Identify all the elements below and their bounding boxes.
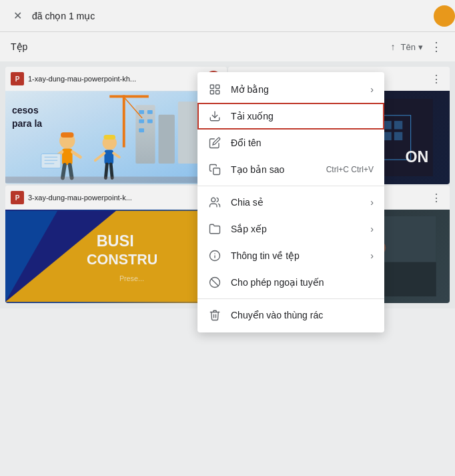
sort-button[interactable]: Tên ▾ — [401, 42, 423, 52]
svg-rect-25 — [103, 135, 115, 140]
menu-divider-1 — [197, 186, 384, 186]
fileinfo-label: Thông tin về tệp — [231, 250, 361, 261]
file-thumbnail-1: cesos para la — [5, 91, 227, 184]
header-more-button[interactable]: ⋮ — [428, 39, 444, 55]
svg-rect-38 — [383, 121, 391, 129]
organize-arrow-icon: › — [370, 224, 374, 234]
menu-item-rename[interactable]: Đổi tên — [197, 130, 384, 156]
trash-icon — [208, 308, 221, 322]
share-arrow-icon: › — [370, 197, 374, 208]
svg-text:BUSI: BUSI — [97, 232, 134, 250]
file-card-3[interactable]: P 3-xay-dung-mau-powerpoint-k... ⋮ BUSI … — [5, 186, 227, 303]
fileinfo-arrow-icon: › — [370, 250, 374, 261]
sort-arrow-icon: ▾ — [418, 42, 423, 52]
menu-item-organize[interactable]: Sắp xếp › — [197, 216, 384, 242]
organize-icon — [208, 222, 221, 236]
share-icon — [208, 196, 221, 209]
file-type-icon-1: P — [11, 72, 24, 85]
svg-rect-69 — [210, 85, 213, 88]
menu-item-trash[interactable]: Chuyển vào thùng rác — [197, 302, 384, 328]
svg-text:ON: ON — [405, 148, 428, 166]
thumb1-overlay-text: cesos para la — [12, 104, 42, 130]
file-more-button-2[interactable]: ⋮ — [428, 71, 444, 87]
sort-label: Tên — [401, 42, 416, 52]
thumb3-illustration: BUSI CONSTRU Prese... — [5, 210, 227, 303]
svg-rect-72 — [216, 91, 219, 94]
menu-item-download[interactable]: Tải xuống — [197, 103, 384, 130]
svg-rect-31 — [5, 177, 227, 184]
svg-rect-43 — [394, 132, 402, 140]
share-label: Chia sẻ — [231, 197, 361, 208]
file-header-controls: ↑ Tên ▾ ⋮ — [391, 39, 444, 55]
svg-rect-39 — [394, 121, 402, 129]
file-name-1: 1-xay-dung-mau-powerpoint-kh... — [28, 75, 201, 83]
svg-line-29 — [105, 164, 107, 178]
file-name-3: 3-xay-dung-mau-powerpoint-k... — [28, 194, 201, 202]
rename-label: Đổi tên — [231, 138, 374, 148]
file-type-icon-3: P — [11, 191, 24, 204]
svg-line-30 — [111, 164, 112, 178]
menu-item-copy[interactable]: Tạo bản sao Ctrl+C Ctrl+V — [197, 156, 384, 183]
svg-rect-20 — [41, 154, 61, 168]
svg-rect-42 — [383, 132, 391, 140]
svg-rect-10 — [123, 95, 125, 148]
info-icon — [208, 249, 221, 262]
svg-rect-14 — [61, 132, 74, 138]
download-label: Tải xuống — [231, 111, 374, 122]
open-with-label: Mở bằng — [231, 84, 361, 95]
organize-label: Sắp xếp — [231, 224, 361, 234]
close-button[interactable]: ✕ — [11, 9, 24, 23]
file-card-3-header: P 3-xay-dung-mau-powerpoint-k... ⋮ — [5, 186, 227, 210]
top-bar: ✕ đã chọn 1 mục ⋮ — [0, 0, 455, 32]
download-icon — [208, 109, 221, 123]
menu-item-offline[interactable]: Cho phép ngoại tuyến — [197, 269, 384, 296]
svg-rect-9 — [139, 128, 144, 132]
menu-item-fileinfo[interactable]: Thông tin về tệp › — [197, 242, 384, 269]
file-card-1[interactable]: P 1-xay-dung-mau-powerpoint-kh... ⋮ ceso… — [5, 67, 227, 184]
svg-line-18 — [63, 165, 65, 178]
selection-title: đã chọn 1 mục — [32, 11, 420, 21]
open-with-arrow-icon: › — [370, 84, 374, 95]
user-avatar[interactable] — [434, 5, 455, 27]
offline-icon — [208, 276, 221, 289]
svg-rect-7 — [139, 120, 144, 124]
offline-label: Cho phép ngoại tuyến — [231, 277, 374, 288]
svg-text:Prese...: Prese... — [119, 274, 144, 282]
menu-divider-2 — [197, 298, 384, 299]
file-section-label: Tệp — [11, 41, 27, 52]
menu-item-open-with[interactable]: Mở bằng › — [197, 76, 384, 103]
copy-shortcut: Ctrl+C Ctrl+V — [326, 165, 374, 174]
svg-rect-8 — [147, 120, 153, 124]
svg-rect-2 — [158, 115, 174, 164]
svg-line-80 — [211, 279, 219, 286]
svg-text:CONSTRU: CONSTRU — [87, 252, 157, 268]
svg-rect-6 — [147, 110, 153, 114]
file-section-header: Tệp ↑ Tên ▾ ⋮ — [0, 32, 455, 61]
copy-label: Tạo bản sao — [231, 164, 317, 175]
copy-icon — [208, 163, 221, 176]
trash-label: Chuyển vào thùng rác — [231, 310, 374, 320]
context-menu: Mở bằng › Tải xuống Đổi tên — [197, 72, 384, 332]
svg-rect-26 — [104, 150, 113, 164]
svg-line-19 — [70, 165, 72, 178]
svg-point-75 — [211, 198, 215, 202]
sort-direction-icon: ↑ — [391, 41, 396, 52]
menu-item-share[interactable]: Chia sẻ › — [197, 189, 384, 216]
svg-rect-11 — [109, 95, 149, 98]
file-more-button-4[interactable]: ⋮ — [428, 190, 444, 206]
svg-rect-5 — [139, 110, 144, 114]
file-thumbnail-3: BUSI CONSTRU Prese... — [5, 210, 227, 303]
rename-icon — [208, 136, 221, 150]
svg-rect-71 — [210, 91, 213, 94]
open-with-icon — [208, 83, 221, 96]
svg-rect-74 — [213, 168, 220, 175]
more-vertical-icon: ⋮ — [430, 39, 442, 54]
file-card-1-header: P 1-xay-dung-mau-powerpoint-kh... ⋮ — [5, 67, 227, 91]
svg-rect-70 — [216, 85, 219, 88]
svg-rect-15 — [62, 149, 73, 165]
